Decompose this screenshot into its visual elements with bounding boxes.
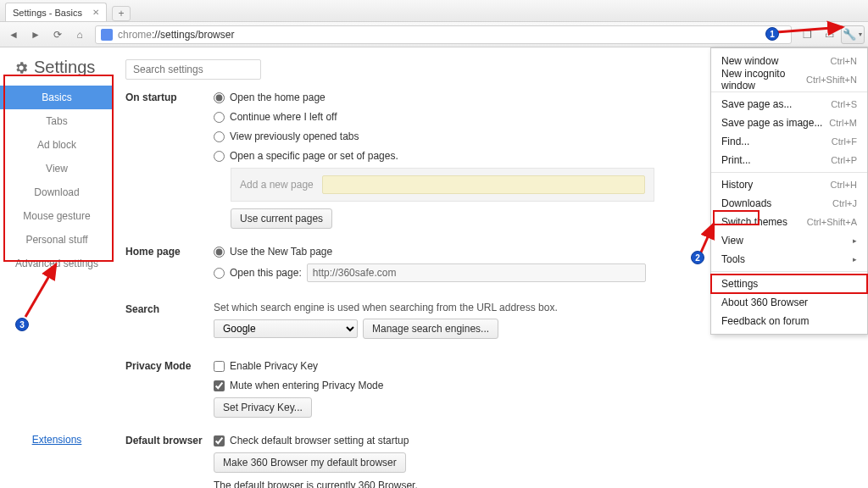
menu-item-label: Feedback on forum bbox=[721, 315, 809, 327]
startup-pages-panel: Add a new page bbox=[231, 168, 654, 202]
menu-item-label: Save page as image... bbox=[721, 117, 822, 129]
menu-item-switch-themes[interactable]: Switch themesCtrl+Shift+A bbox=[711, 213, 867, 231]
tab-title: Settings - Basics bbox=[13, 8, 82, 18]
menu-item-about-360-browser[interactable]: About 360 Browser bbox=[711, 293, 867, 312]
menu-shortcut: Ctrl+J bbox=[832, 198, 857, 208]
menu-item-find[interactable]: Find...Ctrl+F bbox=[711, 132, 867, 151]
menu-item-label: History bbox=[721, 179, 753, 191]
radio-label: Use the New Tab page bbox=[230, 244, 332, 259]
check-mute-privacy[interactable] bbox=[214, 380, 225, 391]
make-default-button[interactable]: Make 360 Browser my default browser bbox=[214, 452, 406, 473]
new-tab-button[interactable]: + bbox=[112, 6, 131, 21]
back-button[interactable]: ◄ bbox=[3, 25, 24, 44]
homepage-url-input[interactable] bbox=[307, 263, 646, 282]
radio-specific[interactable] bbox=[214, 151, 225, 162]
sidebar-item-personal-stuff[interactable]: Personal stuff bbox=[0, 228, 114, 252]
chevron-down-icon: ▼ bbox=[858, 31, 864, 37]
menu-item-print[interactable]: Print...Ctrl+P bbox=[711, 151, 867, 169]
menu-item-settings[interactable]: Settings bbox=[711, 274, 867, 293]
radio-continue[interactable] bbox=[214, 112, 225, 123]
menu-shortcut: Ctrl+M bbox=[829, 118, 857, 128]
sidebar-item-view[interactable]: View bbox=[0, 157, 114, 180]
check-label: Check default browser setting at startup bbox=[230, 433, 409, 448]
home-button[interactable]: ⌂ bbox=[70, 25, 90, 44]
extensions-link[interactable]: Extensions bbox=[32, 434, 82, 446]
section-heading: Home page bbox=[125, 244, 214, 286]
menu-shortcut: Ctrl+S bbox=[831, 99, 857, 109]
search-engine-select[interactable]: Google bbox=[214, 319, 358, 338]
check-enable-privacy[interactable] bbox=[214, 361, 225, 372]
menu-item-label: About 360 Browser bbox=[721, 297, 808, 308]
sidebar-item-ad-block[interactable]: Ad block bbox=[0, 133, 114, 157]
radio-openthis[interactable] bbox=[214, 268, 225, 279]
forward-button[interactable]: ► bbox=[25, 25, 46, 44]
section-default-browser: Default browser Check default browser se… bbox=[125, 433, 848, 488]
add-page-input[interactable] bbox=[322, 175, 645, 194]
wrench-menu: New windowCtrl+NNew incognito windowCtrl… bbox=[710, 47, 868, 335]
radio-open-home[interactable] bbox=[214, 92, 225, 103]
section-privacy: Privacy Mode Enable Privacy Key Mute whe… bbox=[125, 358, 848, 418]
sidebar-item-basics[interactable]: Basics bbox=[0, 86, 114, 109]
close-tab-icon[interactable]: ✕ bbox=[86, 8, 99, 17]
menu-item-view[interactable]: View bbox=[711, 231, 867, 250]
sidebar-item-mouse-gesture[interactable]: Mouse gesture bbox=[0, 204, 114, 228]
sidebar-list: BasicsTabsAd blockViewDownloadMouse gest… bbox=[0, 86, 114, 275]
menu-item-label: Save page as... bbox=[721, 98, 792, 110]
section-heading: Search bbox=[125, 302, 214, 343]
section-heading: Default browser bbox=[125, 433, 214, 488]
page-title-row: Settings bbox=[0, 58, 114, 86]
menu-item-tools[interactable]: Tools bbox=[711, 250, 867, 269]
menu-item-label: Tools bbox=[721, 253, 745, 265]
add-page-label: Add a new page bbox=[240, 179, 314, 191]
menu-item-label: Switch themes bbox=[721, 216, 787, 228]
radio-label: Continue where I left off bbox=[230, 109, 337, 125]
sidebar-item-download[interactable]: Download bbox=[0, 180, 114, 204]
gear-icon bbox=[14, 60, 29, 75]
menu-item-feedback-on-forum[interactable]: Feedback on forum bbox=[711, 312, 867, 330]
section-heading: Privacy Mode bbox=[125, 358, 214, 418]
check-label: Enable Privacy Key bbox=[230, 358, 318, 374]
site-badge-icon bbox=[101, 29, 113, 41]
check-default-startup[interactable] bbox=[214, 435, 225, 446]
minimize-button[interactable]: ▭ bbox=[819, 25, 839, 44]
restore-button[interactable]: ❐ bbox=[797, 25, 817, 44]
sidebar-item-tabs[interactable]: Tabs bbox=[0, 109, 114, 133]
check-label: Mute when entering Privacy Mode bbox=[230, 378, 383, 393]
use-current-pages-button[interactable]: Use current pages bbox=[231, 208, 332, 229]
menu-shortcut: Ctrl+N bbox=[831, 56, 857, 66]
wrench-icon: 🔧 bbox=[843, 28, 856, 41]
toolbar: ◄ ► ⟳ ⌂ chrome://settings/browser ❐ ▭ 🔧▼ bbox=[0, 22, 868, 47]
tab-settings[interactable]: Settings - Basics ✕ bbox=[5, 3, 107, 21]
radio-label: Open a specific page or set of pages. bbox=[230, 148, 398, 164]
section-heading: On startup bbox=[125, 90, 214, 229]
sidebar-item-advanced-settings[interactable]: Advanced settings bbox=[0, 252, 114, 275]
search-settings-input[interactable] bbox=[125, 59, 261, 80]
menu-item-save-page-as[interactable]: Save page as...Ctrl+S bbox=[711, 95, 867, 114]
menu-shortcut: Ctrl+F bbox=[832, 136, 857, 147]
menu-item-label: Find... bbox=[721, 136, 749, 147]
tab-strip: Settings - Basics ✕ + bbox=[0, 0, 868, 22]
menu-item-new-incognito-window[interactable]: New incognito windowCtrl+Shift+N bbox=[711, 70, 867, 89]
menu-item-label: View bbox=[721, 235, 743, 247]
default-status: The default browser is currently 360 Bro… bbox=[214, 478, 418, 488]
wrench-menu-button[interactable]: 🔧▼ bbox=[841, 25, 865, 44]
menu-item-label: New window bbox=[721, 55, 778, 67]
sidebar: Settings BasicsTabsAd blockViewDownloadM… bbox=[0, 47, 114, 488]
menu-item-label: Print... bbox=[721, 154, 751, 166]
url-text: chrome://settings/browser bbox=[118, 29, 234, 41]
menu-shortcut: Ctrl+Shift+A bbox=[807, 217, 857, 227]
reload-button[interactable]: ⟳ bbox=[47, 25, 68, 44]
address-bar[interactable]: chrome://settings/browser bbox=[95, 25, 792, 44]
menu-item-downloads[interactable]: DownloadsCtrl+J bbox=[711, 194, 867, 213]
menu-item-label: Downloads bbox=[721, 197, 771, 209]
menu-item-history[interactable]: HistoryCtrl+H bbox=[711, 175, 867, 194]
set-privacy-key-button[interactable]: Set Privacy Key... bbox=[214, 397, 312, 418]
manage-search-button[interactable]: Manage search engines... bbox=[363, 319, 498, 339]
radio-label: View previously opened tabs bbox=[230, 129, 359, 144]
radio-newtab[interactable] bbox=[214, 247, 225, 258]
menu-shortcut: Ctrl+Shift+N bbox=[806, 75, 857, 85]
radio-label: Open this page: bbox=[230, 265, 302, 280]
menu-item-save-page-as-image[interactable]: Save page as image...Ctrl+M bbox=[711, 114, 867, 132]
radio-prev-tabs[interactable] bbox=[214, 131, 225, 142]
radio-label: Open the home page bbox=[230, 90, 326, 105]
